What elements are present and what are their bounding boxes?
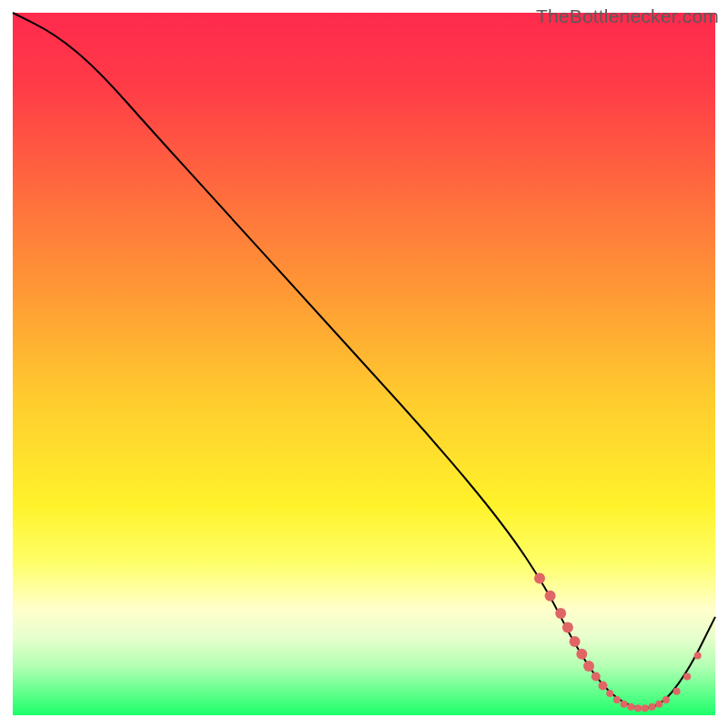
- highlight-marker: [655, 701, 662, 708]
- highlight-marker: [627, 703, 634, 711]
- highlight-marker: [545, 591, 556, 602]
- highlight-marker: [562, 622, 573, 633]
- highlight-marker: [583, 661, 594, 672]
- highlight-marker: [621, 701, 628, 708]
- highlight-marker-group: [534, 572, 702, 712]
- chart-overlay: [0, 0, 728, 728]
- highlight-marker: [694, 652, 702, 659]
- chart-root: TheBottlenecker.com: [0, 0, 728, 728]
- highlight-marker: [534, 572, 545, 583]
- highlight-marker: [555, 608, 566, 619]
- highlight-marker: [570, 636, 581, 647]
- highlight-marker: [634, 704, 642, 712]
- highlight-marker: [598, 682, 607, 691]
- highlight-marker: [606, 690, 613, 697]
- highlight-marker: [673, 688, 681, 695]
- highlight-marker: [662, 696, 670, 703]
- highlight-marker: [576, 649, 587, 660]
- highlight-marker: [613, 696, 621, 703]
- highlight-marker: [592, 672, 601, 682]
- highlight-marker: [649, 703, 656, 711]
- highlight-marker: [642, 704, 649, 712]
- highlight-marker: [683, 673, 691, 681]
- bottleneck-curve-line: [13, 13, 715, 708]
